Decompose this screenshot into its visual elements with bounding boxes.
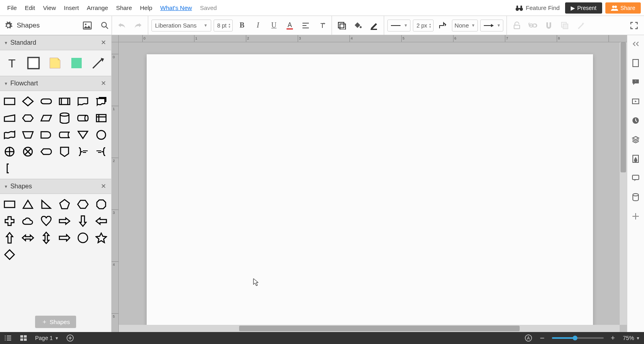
start-arrow-dropdown[interactable]: None ▼ — [452, 20, 478, 32]
shape-cross[interactable] — [3, 215, 16, 227]
image-button[interactable] — [80, 19, 94, 32]
menu-insert[interactable]: Insert — [60, 1, 83, 14]
menu-arrange[interactable]: Arrange — [83, 1, 112, 14]
undo-button[interactable] — [115, 19, 129, 32]
shape-arrow-right[interactable] — [58, 215, 71, 227]
shape-circle[interactable] — [77, 231, 89, 244]
shape-display[interactable] — [40, 145, 53, 158]
canvas-area[interactable]: 0 1 2 3 4 5 6 7 8 0 1 2 3 4 5 — [112, 35, 627, 332]
shape-internal-storage[interactable] — [95, 112, 108, 125]
shape-triangle[interactable] — [22, 198, 34, 211]
shape-brace-right[interactable] — [77, 145, 89, 158]
shape-note[interactable] — [48, 56, 62, 70]
comments-panel-icon[interactable]: '' — [631, 77, 640, 87]
page-selector[interactable]: Page 1 ▼ — [31, 335, 63, 341]
zoom-out-button[interactable]: − — [536, 332, 549, 344]
menu-whatsnew[interactable]: What's New — [156, 1, 196, 14]
fill-color-button[interactable] — [351, 19, 365, 32]
shape-hotspot[interactable] — [69, 56, 84, 70]
shape-rectangle[interactable] — [3, 198, 16, 211]
zoom-dropdown[interactable]: 75% ▼ — [619, 335, 644, 341]
shape-cloud[interactable] — [22, 215, 34, 227]
text-color-button[interactable]: A — [283, 19, 296, 32]
magic-button[interactable] — [574, 19, 587, 32]
category-flowchart-header[interactable]: ▼ Flowchart ✕ — [0, 76, 111, 91]
present-button[interactable]: ▶ Present — [565, 2, 602, 14]
shape-octagon[interactable] — [95, 198, 108, 211]
shape-decision[interactable] — [22, 95, 34, 108]
horizontal-scrollbar[interactable] — [119, 325, 620, 332]
shape-brace-left[interactable] — [95, 145, 108, 158]
add-page-button[interactable] — [63, 332, 78, 344]
menu-share[interactable]: Share — [112, 1, 136, 14]
shape-arrow-down[interactable] — [77, 215, 89, 227]
category-standard-header[interactable]: ▼ Standard ✕ — [0, 35, 111, 50]
collapse-panel-icon[interactable] — [631, 39, 640, 49]
doc-outline-button[interactable] — [0, 332, 16, 344]
border-color-button[interactable] — [367, 19, 381, 32]
actions-panel-icon[interactable] — [631, 212, 640, 221]
font-size-spinner[interactable]: 8 pt ▲▼ — [214, 20, 233, 32]
data-panel-icon[interactable] — [631, 192, 640, 202]
shape-stored-data[interactable] — [58, 129, 71, 141]
text-align-button[interactable] — [299, 19, 312, 32]
page-panel-icon[interactable] — [631, 58, 640, 68]
menu-file[interactable]: File — [3, 1, 21, 14]
shape-text[interactable]: T — [5, 56, 19, 70]
shape-offpage[interactable] — [58, 145, 71, 158]
shape-star[interactable] — [95, 231, 108, 244]
chat-panel-icon[interactable] — [631, 173, 640, 183]
shape-arrow-updown[interactable] — [40, 231, 53, 244]
layer-button[interactable] — [558, 19, 571, 32]
shape-heart[interactable] — [40, 215, 53, 227]
thumbnails-button[interactable] — [16, 332, 31, 344]
shape-document[interactable] — [77, 95, 89, 108]
menu-view[interactable]: View — [39, 1, 60, 14]
shape-preparation[interactable] — [22, 112, 34, 125]
line-width-spinner[interactable]: 2 px ▲▼ — [413, 20, 433, 32]
shape-paper-tape[interactable] — [3, 129, 16, 141]
shape-manual-input[interactable] — [3, 112, 16, 125]
shape-data[interactable] — [40, 112, 53, 125]
shape-summing[interactable] — [22, 145, 34, 158]
shape-predefined[interactable] — [58, 95, 71, 108]
link-button[interactable] — [526, 19, 540, 32]
shape-multidoc[interactable] — [95, 95, 108, 108]
underline-button[interactable]: U — [267, 19, 281, 32]
search-shapes-button[interactable] — [98, 19, 112, 32]
close-icon[interactable]: ✕ — [99, 79, 107, 87]
zoom-slider[interactable] — [552, 337, 604, 339]
line-style-dropdown[interactable]: ▼ — [387, 20, 410, 32]
fullscreen-button[interactable] — [627, 19, 641, 32]
notifications-button[interactable]: A — [521, 332, 536, 344]
history-panel-icon[interactable] — [631, 116, 640, 125]
shape-block[interactable] — [26, 56, 41, 70]
italic-button[interactable]: I — [251, 19, 265, 32]
vertical-scrollbar[interactable] — [620, 42, 627, 325]
shape-merge[interactable] — [77, 129, 89, 141]
connector-style-button[interactable] — [436, 19, 450, 32]
shape-pentagon[interactable] — [58, 198, 71, 211]
shape-callout-right[interactable] — [58, 231, 71, 244]
shape-arrow-leftright[interactable] — [22, 231, 34, 244]
font-family-dropdown[interactable]: Liberation Sans ▼ — [151, 20, 211, 32]
share-button[interactable]: Share — [605, 2, 641, 14]
lock-button[interactable] — [510, 19, 524, 32]
shape-right-triangle[interactable] — [40, 198, 53, 211]
shape-process[interactable] — [3, 95, 16, 108]
category-shapes-header[interactable]: ▼ Shapes ✕ — [0, 179, 111, 194]
gear-icon[interactable] — [4, 21, 13, 30]
zoom-in-button[interactable]: + — [607, 332, 619, 344]
shape-delay[interactable] — [40, 129, 53, 141]
layers-panel-icon[interactable] — [631, 135, 640, 144]
magnet-button[interactable] — [542, 19, 556, 32]
shape-terminator[interactable] — [40, 95, 53, 108]
menu-edit[interactable]: Edit — [21, 1, 39, 14]
fill-shape-button[interactable] — [335, 19, 349, 32]
shape-arrow-up[interactable] — [3, 231, 16, 244]
shape-connector[interactable] — [95, 129, 108, 141]
shape-hexagon[interactable] — [77, 198, 89, 211]
shape-manual-op[interactable] — [22, 129, 34, 141]
redo-button[interactable] — [131, 19, 145, 32]
shape-direct-data[interactable] — [77, 112, 89, 125]
